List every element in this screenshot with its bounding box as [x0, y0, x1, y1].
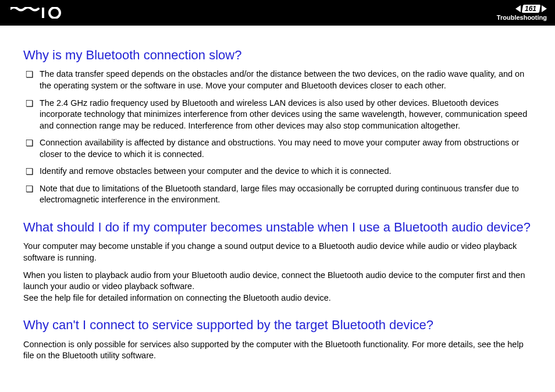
list-item: Connection availability is affected by d…: [23, 137, 536, 160]
page-number-badge: 161: [522, 5, 540, 13]
list-item: Identify and remove obstacles between yo…: [23, 166, 536, 177]
page-navigator: 161: [515, 5, 547, 13]
question-heading: Why can't I connect to service supported…: [23, 318, 536, 333]
prev-page-icon[interactable]: [515, 5, 521, 12]
answer-list: The data transfer speed depends on the o…: [23, 69, 536, 206]
svg-point-1: [49, 8, 60, 18]
list-item: Note that due to limitations of the Blue…: [23, 183, 536, 206]
header-right: 161 Troubleshooting: [497, 5, 547, 21]
question-heading: What should I do if my computer becomes …: [23, 220, 536, 235]
list-item: The data transfer speed depends on the o…: [23, 69, 536, 91]
answer-paragraph: Connection is only possible for services…: [23, 339, 536, 362]
page-content: Why is my Bluetooth connection slow? The…: [0, 26, 555, 362]
answer-paragraph: Your computer may become unstable if you…: [23, 241, 536, 263]
page-header: 161 Troubleshooting: [0, 0, 555, 26]
question-heading: Why is my Bluetooth connection slow?: [23, 48, 536, 63]
list-item: The 2.4 GHz radio frequency used by Blue…: [23, 98, 536, 132]
section-label: Troubleshooting: [497, 14, 547, 21]
next-page-icon[interactable]: [542, 5, 547, 12]
answer-paragraph: When you listen to playback audio from y…: [23, 270, 536, 304]
svg-rect-0: [42, 8, 44, 18]
vaio-logo: [10, 7, 64, 19]
